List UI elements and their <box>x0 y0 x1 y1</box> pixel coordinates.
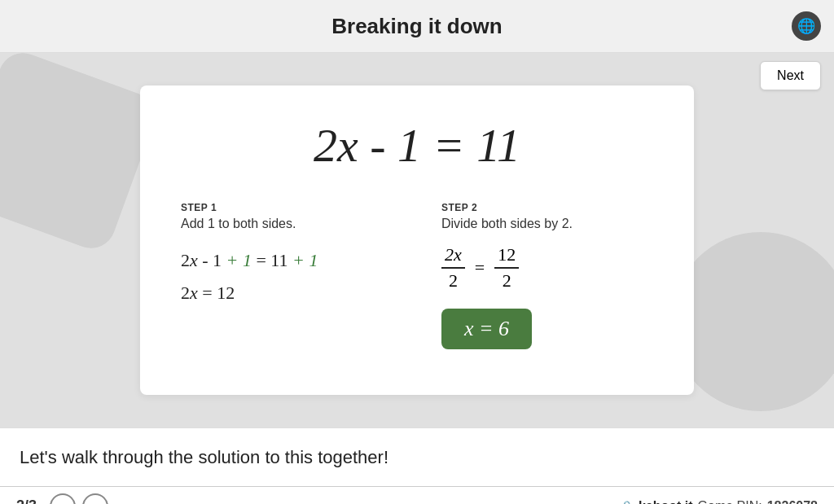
game-pin: 1826078 <box>767 499 818 505</box>
page-title: Breaking it down <box>331 14 502 39</box>
step-1: STEP 1 Add 1 to both sides. 2x - 1 + 1 =… <box>181 202 393 349</box>
prev-arrow[interactable]: ‹ <box>50 493 76 505</box>
lock-icon: 🔒 <box>620 500 634 505</box>
fraction-right: 12 2 <box>494 244 519 292</box>
globe-icon: 🌐 <box>792 11 821 41</box>
solution-box: x = 6 <box>441 309 532 349</box>
fraction-left-numerator: 2x <box>441 244 465 269</box>
kahoot-brand: kahoot.it <box>639 499 693 505</box>
step-2: STEP 2 Divide both sides by 2. 2x 2 = 12… <box>441 202 653 349</box>
fraction-left-denominator: 2 <box>446 269 461 291</box>
background-shape-right <box>671 232 834 411</box>
step-1-math-line1: 2x - 1 + 1 = 11 + 1 <box>181 244 393 277</box>
footer: 2/3 ‹ › 🔒 kahoot.it Game PIN: 1826078 <box>0 486 834 504</box>
fraction-left: 2x 2 <box>441 244 465 292</box>
nav-arrows: ‹ › <box>50 493 108 505</box>
header: Breaking it down 🌐 <box>0 0 834 53</box>
page-indicator: 2/3 <box>16 497 37 504</box>
step-2-label: STEP 2 <box>441 202 653 213</box>
fraction-right-denominator: 2 <box>499 269 515 291</box>
steps-row: STEP 1 Add 1 to both sides. 2x - 1 + 1 =… <box>181 202 653 349</box>
step-1-math-line2: 2x = 12 <box>181 277 393 309</box>
content-card: 2x - 1 = 11 STEP 1 Add 1 to both sides. … <box>140 85 694 395</box>
equals-sign: = <box>475 257 485 278</box>
next-button[interactable]: Next <box>760 61 821 90</box>
footer-right: 🔒 kahoot.it Game PIN: 1826078 <box>620 499 818 505</box>
bottom-text: Let's walk through the solution to this … <box>20 447 388 468</box>
solution-box-container: x = 6 <box>441 305 653 349</box>
next-arrow[interactable]: › <box>82 493 108 505</box>
step-1-description: Add 1 to both sides. <box>181 217 393 231</box>
bottom-text-area: Let's walk through the solution to this … <box>0 427 834 486</box>
step-2-description: Divide both sides by 2. <box>441 217 653 231</box>
step-2-fractions: 2x 2 = 12 2 <box>441 244 653 292</box>
footer-left: 2/3 ‹ › <box>16 493 108 505</box>
step-1-label: STEP 1 <box>181 202 393 213</box>
fraction-right-numerator: 12 <box>494 244 519 269</box>
game-label: Game PIN: <box>698 499 762 505</box>
main-equation: 2x - 1 = 11 <box>181 118 653 173</box>
main-content-area: 2x - 1 = 11 STEP 1 Add 1 to both sides. … <box>0 53 834 427</box>
background-shape-left <box>0 53 161 255</box>
